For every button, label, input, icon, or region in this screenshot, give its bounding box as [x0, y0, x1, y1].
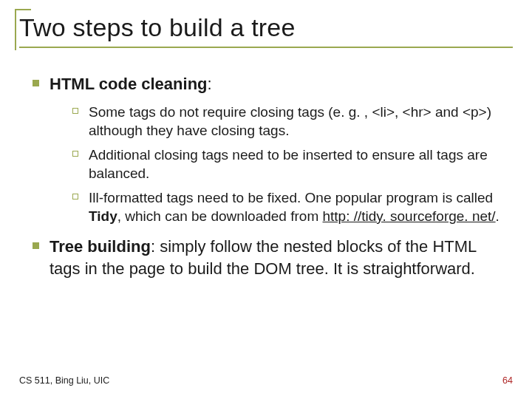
sub-bullet-item: Ill-formatted tags need to be fixed. One…: [72, 188, 507, 225]
bullet-item: Tree building: simply follow the nested …: [33, 236, 507, 279]
sub-bullet-item: Some tags do not require closing tags (e…: [72, 103, 507, 140]
bullet-bold: HTML code cleaning: [50, 75, 208, 93]
square-bullet-icon: [33, 242, 39, 249]
text-pre: Ill-formatted tags need to be fixed. One…: [89, 190, 493, 205]
sub-bullet-text: Additional closing tags need to be inser…: [89, 146, 507, 183]
slide-content: HTML code cleaning: Some tags do not req…: [19, 73, 513, 280]
sub-bullet-item: Additional closing tags need to be inser…: [72, 146, 507, 183]
page-number: 64: [502, 375, 513, 386]
sub-bullet-text: Some tags do not require closing tags (e…: [89, 103, 507, 140]
link-text: http: //tidy. sourceforge. net/: [323, 208, 496, 224]
text-post: .: [496, 208, 499, 224]
title-rule-top: [15, 9, 31, 10]
bullet-text: HTML code cleaning:: [50, 73, 212, 95]
open-square-bullet-icon: [72, 151, 78, 157]
title-rule-left: [15, 9, 16, 50]
slide: Two steps to build a tree HTML code clea…: [0, 0, 532, 399]
sub-bullet-text: Ill-formatted tags need to be fixed. One…: [89, 188, 507, 225]
bullet-suffix: :: [208, 75, 212, 93]
bullet-text: Tree building: simply follow the nested …: [50, 236, 507, 279]
sub-list: Some tags do not require closing tags (e…: [72, 103, 507, 225]
footer-text: CS 511, Bing Liu, UIC: [19, 375, 109, 386]
bullet-item: HTML code cleaning:: [33, 73, 507, 95]
text-mid: , which can be downloaded from: [117, 208, 323, 224]
title-block: Two steps to build a tree: [19, 13, 513, 48]
slide-title: Two steps to build a tree: [19, 13, 513, 48]
open-square-bullet-icon: [72, 194, 78, 200]
bullet-bold: Tree building: [50, 237, 151, 256]
open-square-bullet-icon: [72, 108, 78, 114]
text-bold: Tidy: [89, 208, 117, 224]
square-bullet-icon: [33, 80, 39, 86]
